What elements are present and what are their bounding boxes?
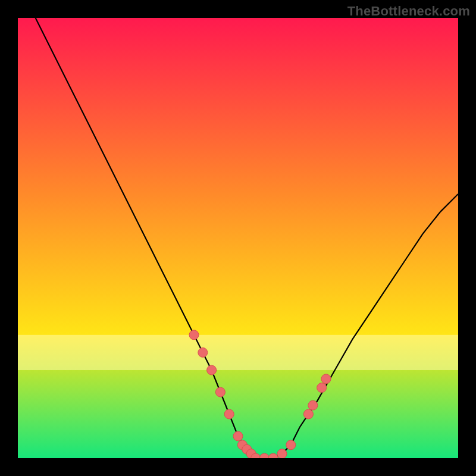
bottleneck-chart: [18, 18, 458, 458]
curve-dot: [224, 409, 234, 419]
highlight-band: [18, 335, 458, 370]
curve-dot: [277, 449, 287, 458]
plot-area: [18, 18, 458, 458]
curve-dot: [317, 383, 327, 393]
curve-dot: [303, 409, 313, 419]
watermark-text: TheBottleneck.com: [347, 4, 470, 19]
gradient-background: [18, 18, 458, 458]
curve-dot: [215, 387, 225, 397]
curve-dot: [321, 374, 331, 384]
curve-dot: [233, 431, 243, 441]
curve-dot: [286, 440, 296, 450]
curve-dot: [207, 365, 217, 375]
curve-dot: [198, 347, 208, 357]
chart-container: TheBottleneck.com: [0, 0, 476, 476]
curve-dot: [308, 400, 318, 410]
curve-dot: [189, 330, 199, 340]
